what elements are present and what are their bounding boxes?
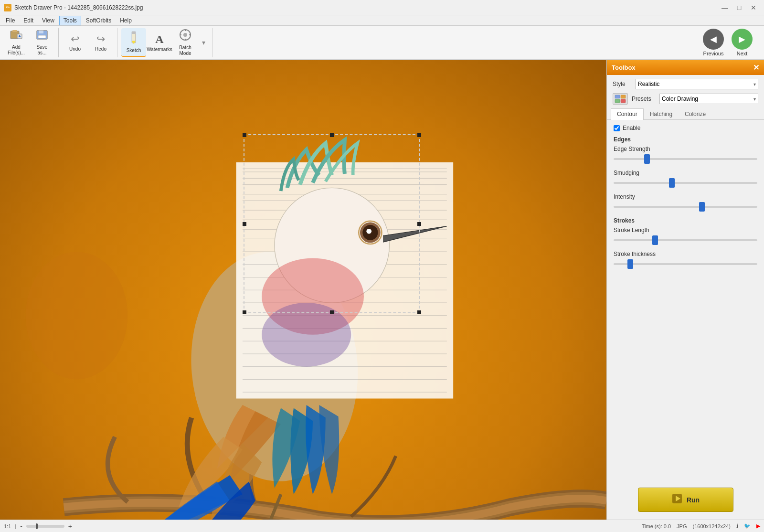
prev-button[interactable]: ◀ bbox=[703, 29, 724, 50]
time-value: 0.0 bbox=[664, 523, 671, 529]
enable-label[interactable]: Enable bbox=[623, 125, 640, 131]
main-area: Toolbox ✕ Style Realistic ▾ Presets bbox=[0, 60, 764, 520]
zoom-slider-track bbox=[26, 525, 64, 528]
next-label: Next bbox=[737, 51, 748, 56]
presets-row: Presets Color Drawing ▾ bbox=[607, 91, 764, 108]
redo-button[interactable]: ↪ Redo bbox=[88, 28, 113, 57]
enable-row: Enable bbox=[614, 125, 757, 131]
edges-section-title: Edges bbox=[614, 136, 757, 143]
contour-tab-content: Enable Edges Edge Strength Smudging In bbox=[607, 120, 764, 305]
tab-hatching[interactable]: Hatching bbox=[644, 108, 679, 119]
watermarks-label: Watermarks bbox=[147, 47, 172, 53]
minimize-button[interactable]: — bbox=[718, 2, 732, 13]
intensity-slider[interactable] bbox=[614, 206, 757, 208]
edge-strength-slider[interactable] bbox=[614, 158, 757, 160]
style-value: Realistic bbox=[638, 81, 659, 87]
add-file-button[interactable]: AddFile(s)... bbox=[4, 28, 29, 57]
zoom-minus-button[interactable]: - bbox=[20, 522, 22, 530]
tab-colorize[interactable]: Colorize bbox=[679, 108, 712, 119]
run-button[interactable]: Run bbox=[638, 488, 733, 512]
run-label: Run bbox=[687, 496, 700, 504]
svg-rect-1 bbox=[12, 30, 17, 32]
add-file-label: AddFile(s)... bbox=[8, 44, 25, 56]
menu-edit[interactable]: Edit bbox=[20, 16, 37, 25]
add-file-icon bbox=[10, 29, 23, 43]
stroke-thickness-label: Stroke thickness bbox=[614, 251, 757, 257]
canvas-area[interactable] bbox=[0, 60, 606, 520]
stroke-length-slider[interactable] bbox=[614, 239, 757, 241]
toolbox-panel: Toolbox ✕ Style Realistic ▾ Presets bbox=[606, 60, 764, 520]
edge-strength-label: Edge Strength bbox=[614, 146, 757, 152]
svg-point-50 bbox=[25, 252, 127, 379]
toolbox-spacer bbox=[607, 305, 764, 480]
svg-rect-53 bbox=[615, 99, 620, 103]
undo-button[interactable]: ↩ Undo bbox=[63, 28, 87, 57]
stroke-thickness-slider[interactable] bbox=[614, 263, 757, 265]
dimensions-label: (1600x1242x24) bbox=[692, 523, 731, 529]
svg-point-46 bbox=[366, 229, 371, 234]
presets-icon bbox=[613, 93, 628, 105]
batch-mode-icon bbox=[179, 29, 192, 44]
next-nav-item: ▶ Next bbox=[732, 29, 753, 56]
menu-file[interactable]: File bbox=[2, 16, 19, 25]
intensity-track bbox=[614, 202, 757, 212]
svg-rect-6 bbox=[39, 31, 43, 33]
menu-softorbits[interactable]: SoftOrbits bbox=[82, 16, 115, 25]
save-as-icon bbox=[35, 29, 49, 43]
redo-icon: ↪ bbox=[96, 33, 105, 45]
watermarks-button[interactable]: A Watermarks bbox=[147, 28, 172, 57]
prev-nav-item: ◀ Previous bbox=[703, 29, 724, 56]
toolbar: AddFile(s)... Saveas... ↩ Undo ↪ Redo bbox=[0, 26, 764, 60]
strokes-section: Strokes Stroke Length Stroke thickness bbox=[614, 217, 757, 269]
style-dropdown[interactable]: Realistic ▾ bbox=[636, 79, 758, 89]
app-icon: ✏ bbox=[4, 4, 11, 11]
time-label: Time (s): 0.0 bbox=[642, 523, 671, 529]
presets-label: Presets bbox=[632, 96, 656, 102]
stroke-length-track bbox=[614, 235, 757, 245]
batch-mode-button[interactable]: BatchMode bbox=[173, 28, 198, 57]
enable-checkbox[interactable] bbox=[614, 125, 620, 131]
presets-dropdown[interactable]: Color Drawing ▾ bbox=[659, 94, 758, 104]
zoom-plus-button[interactable]: + bbox=[68, 522, 72, 530]
menu-view[interactable]: View bbox=[38, 16, 58, 25]
toolbox-header: Toolbox ✕ bbox=[607, 60, 764, 75]
toolbox-close-button[interactable]: ✕ bbox=[753, 63, 759, 72]
zoom-slider-thumb[interactable] bbox=[36, 523, 38, 529]
save-as-label: Saveas... bbox=[37, 44, 48, 56]
next-button[interactable]: ▶ bbox=[732, 29, 753, 50]
strokes-section-title: Strokes bbox=[614, 217, 757, 224]
app-title: Sketch Drawer Pro - 1442285_80661628222s… bbox=[14, 4, 143, 11]
menu-help[interactable]: Help bbox=[116, 16, 136, 25]
edge-strength-track bbox=[614, 154, 757, 164]
run-area: Run bbox=[607, 480, 764, 520]
style-row: Style Realistic ▾ bbox=[607, 75, 764, 91]
stroke-thickness-control: Stroke thickness bbox=[614, 251, 757, 269]
info-icon[interactable]: ℹ bbox=[736, 523, 738, 529]
prev-label: Previous bbox=[703, 51, 724, 56]
toolbox-title: Toolbox bbox=[612, 64, 636, 71]
smudging-track bbox=[614, 178, 757, 188]
sketch-button[interactable]: Sketch bbox=[121, 28, 146, 57]
edge-strength-control: Edge Strength bbox=[614, 146, 757, 164]
intensity-label: Intensity bbox=[614, 193, 757, 200]
svg-rect-7 bbox=[38, 35, 46, 38]
statusbar: 1:1 | - + Time (s): 0.0 JPG (1600x1242x2… bbox=[0, 520, 764, 532]
svg-rect-51 bbox=[615, 95, 620, 98]
close-button[interactable]: ✕ bbox=[747, 2, 760, 13]
zoom-level: 1:1 bbox=[4, 523, 11, 529]
youtube-icon[interactable]: ▶ bbox=[756, 523, 760, 529]
smudging-slider[interactable] bbox=[614, 182, 757, 184]
tab-contour[interactable]: Contour bbox=[611, 108, 644, 120]
save-as-button[interactable]: Saveas... bbox=[30, 28, 54, 57]
toolbar-edit-group: ↩ Undo ↪ Redo bbox=[63, 28, 117, 57]
style-dropdown-arrow: ▾ bbox=[753, 82, 756, 87]
watermarks-icon: A bbox=[155, 33, 163, 46]
maximize-button[interactable]: □ bbox=[732, 2, 746, 13]
svg-rect-52 bbox=[621, 95, 626, 98]
stroke-length-control: Stroke Length bbox=[614, 227, 757, 245]
presets-dropdown-arrow: ▾ bbox=[753, 96, 756, 102]
more-icon: ▾ bbox=[202, 39, 205, 46]
menu-tools[interactable]: Tools bbox=[59, 16, 81, 25]
more-button[interactable]: ▾ bbox=[199, 28, 208, 57]
share-twitter-icon[interactable]: 🐦 bbox=[744, 523, 751, 529]
